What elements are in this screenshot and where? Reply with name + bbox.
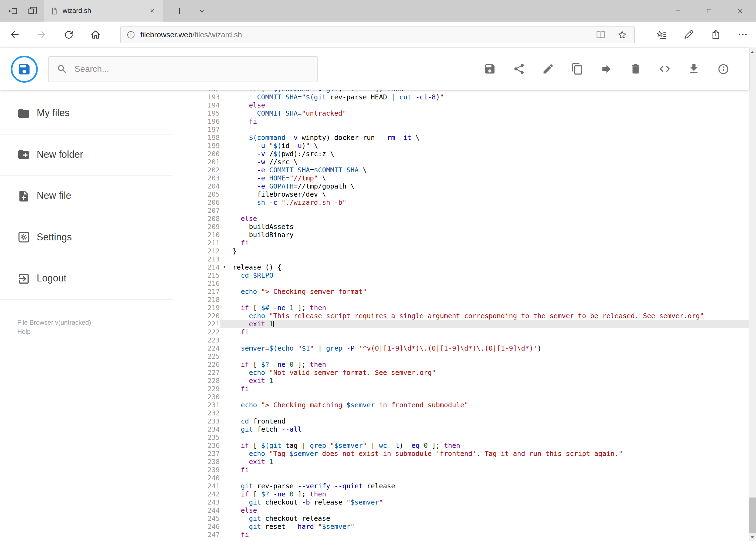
code-line-211[interactable]: 211 fi [173,239,748,247]
source-code-button[interactable] [650,54,679,84]
code-line-210[interactable]: 210 buildBinary [173,231,748,239]
code-line-241[interactable]: 241 git rev-parse --verify --quiet relea… [173,482,748,490]
close-window-button[interactable] [725,0,756,22]
file-share-button[interactable] [504,54,534,84]
sidebar-item-my-files[interactable]: My files [0,93,173,134]
code-line-237[interactable]: 237 echo "Tag $semver does not exist in … [173,449,748,457]
vertical-scrollbar[interactable] [748,48,756,541]
code-line-195[interactable]: 195 COMMIT_SHA="untracked" [173,109,748,117]
code-line-198[interactable]: 198 $(command -v winpty) docker run --rm… [173,134,748,142]
code-line-232[interactable]: 232 [173,409,748,417]
save-button[interactable] [475,54,504,84]
sidebar-item-logout[interactable]: Logout [0,258,173,299]
code-line-226[interactable]: 226 if [ $? -ne 0 ]; then [173,360,748,368]
favorites-hub-button[interactable] [648,23,675,46]
code-line-215[interactable]: 215 cd $REPO [173,271,748,279]
code-line-209[interactable]: 209 buildAssets [173,223,748,231]
code-line-243[interactable]: 243 git checkout -b release "$semver" [173,498,748,506]
home-button[interactable] [82,23,109,46]
favorite-star-button[interactable] [616,28,629,41]
tabs-set-aside-button[interactable] [23,0,42,22]
scrollbar-thumb[interactable] [748,497,756,533]
code-line-242[interactable]: 242 if [ $? -ne 0 ]; then [173,490,748,498]
code-line-240[interactable]: 240 [173,474,748,482]
sidebar-item-settings[interactable]: Settings [0,217,173,258]
app-logo[interactable] [11,55,38,82]
sidebar-item-new-folder[interactable]: New folder [0,134,173,176]
code-line-220[interactable]: 220 echo "This release script requires a… [173,312,748,320]
code-line-204[interactable]: 204 -e GOPATH=//tmp/gopath \ [173,182,748,190]
move-button[interactable] [592,54,621,84]
more-options-button[interactable] [729,23,756,46]
code-line-234[interactable]: 234 git fetch --all [173,425,748,433]
code-line-235[interactable]: 235 [173,433,748,441]
code-line-208[interactable]: 208 else [173,215,748,223]
code-editor[interactable]: 192 if [ "$(command -v git)" != "" ]; th… [173,90,748,541]
code-line-225[interactable]: 225 [173,352,748,360]
code-line-230[interactable]: 230 [173,393,748,401]
code-line-207[interactable]: 207 [173,206,748,215]
code-line-197[interactable]: 197 [173,125,748,134]
help-link[interactable]: Help [17,327,173,336]
code-line-245[interactable]: 245 git checkout release [173,514,748,522]
code-line-239[interactable]: 239 fi [173,466,748,474]
code-line-222[interactable]: 222 fi [173,328,748,336]
search-box[interactable] [48,56,318,82]
forward-button[interactable] [28,23,55,46]
code-line-201[interactable]: 201 -w //src \ [173,158,748,166]
minimize-button[interactable] [662,0,693,22]
code-line-224[interactable]: 224 semver=$(echo "$1" | grep -P '^v(0|[… [173,344,748,352]
code-line-229[interactable]: 229 fi [173,385,748,393]
code-line-246[interactable]: 246 git reset --hard "$semver" [173,522,748,530]
code-line-194[interactable]: 194 else [173,101,748,109]
code-line-217[interactable]: 217 echo "> Checking semver format" [173,287,748,295]
search-input[interactable] [75,64,309,74]
code-line-247[interactable]: 247 fi [173,530,748,539]
code-line-193[interactable]: 193 COMMIT_SHA="$(git rev-parse HEAD | c… [173,93,748,101]
new-tab-button[interactable] [167,0,191,22]
copy-button[interactable] [563,54,592,84]
download-button[interactable] [679,54,708,84]
code-line-214[interactable]: 214▾release () { [173,263,748,271]
share-button[interactable] [702,23,729,46]
code-line-216[interactable]: 216 [173,279,748,287]
code-line-192[interactable]: 192 if [ "$(command -v git)" != "" ]; th… [173,90,748,93]
web-notes-button[interactable] [675,23,702,46]
code-line-219[interactable]: 219 if [ $# -ne 1 ]; then [173,303,748,312]
code-line-233[interactable]: 233 cd frontend [173,417,748,425]
code-line-196[interactable]: 196 fi [173,117,748,125]
site-info-button[interactable] [126,30,135,39]
code-line-199[interactable]: 199 -u "$(id -u)" \ [173,142,748,150]
code-line-202[interactable]: 202 -e COMMIT_SHA=$COMMIT_SHA \ [173,166,748,174]
scroll-down-button[interactable] [748,533,756,541]
back-button[interactable] [1,23,28,46]
code-line-203[interactable]: 203 -e HOME="//tmp" \ [173,174,748,182]
code-line-221[interactable]: 221 exit 1 [173,320,748,328]
set-tabs-aside-button[interactable] [3,0,23,22]
tab-close-button[interactable] [146,5,158,17]
refresh-button[interactable] [55,23,82,46]
sidebar-item-new-file[interactable]: New file [0,176,173,217]
code-line-206[interactable]: 206 sh -c "./wizard.sh -b" [173,198,748,206]
code-line-223[interactable]: 223 [173,336,748,344]
code-line-228[interactable]: 228 exit 1 [173,376,748,385]
code-line-213[interactable]: 213 [173,255,748,263]
code-line-244[interactable]: 244 else [173,506,748,514]
fold-marker-icon[interactable]: ▾ [220,263,229,271]
scroll-up-button[interactable] [748,48,756,56]
rename-button[interactable] [534,54,563,84]
info-button[interactable] [708,54,738,84]
code-line-236[interactable]: 236 if [ $(git tag | grep "$semver" | wc… [173,441,748,449]
reading-view-button[interactable] [594,28,607,41]
show-tab-previews-button[interactable] [191,0,213,22]
code-line-218[interactable]: 218 [173,295,748,303]
code-line-231[interactable]: 231 echo "> Checking matching $semver in… [173,401,748,409]
code-line-238[interactable]: 238 exit 1 [173,457,748,466]
address-bar[interactable]: filebrowser.web/files/wizard.sh [121,26,634,43]
delete-button[interactable] [621,54,650,84]
code-line-205[interactable]: 205 filebrowser/dev \ [173,190,748,198]
tab-wizard-sh[interactable]: wizard.sh [44,0,163,22]
maximize-button[interactable] [693,0,725,22]
code-line-200[interactable]: 200 -v /$(pwd):/src:z \ [173,150,748,158]
code-line-227[interactable]: 227 echo "Not valid semver format. See s… [173,368,748,376]
